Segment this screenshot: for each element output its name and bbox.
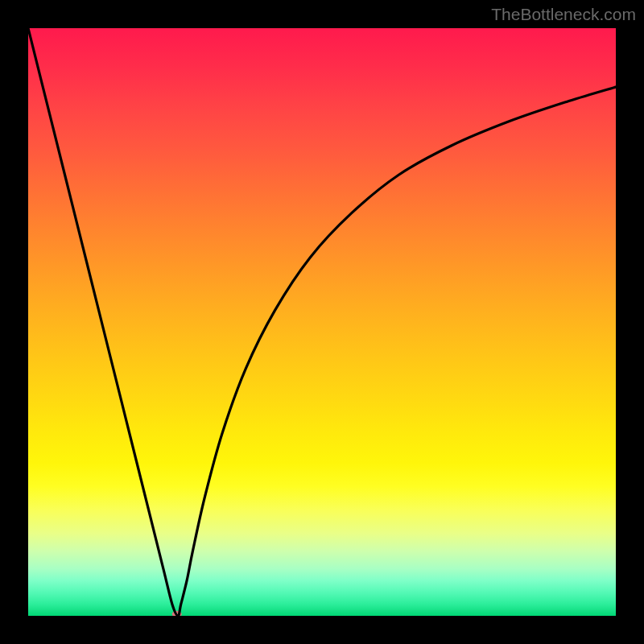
- plot-area: [28, 28, 616, 616]
- line-layer: [28, 28, 616, 616]
- curve-layer: [28, 28, 616, 616]
- chart-container: TheBottleneck.com: [0, 0, 644, 644]
- watermark-text: TheBottleneck.com: [491, 5, 636, 24]
- bottleneck-curve: [28, 28, 616, 616]
